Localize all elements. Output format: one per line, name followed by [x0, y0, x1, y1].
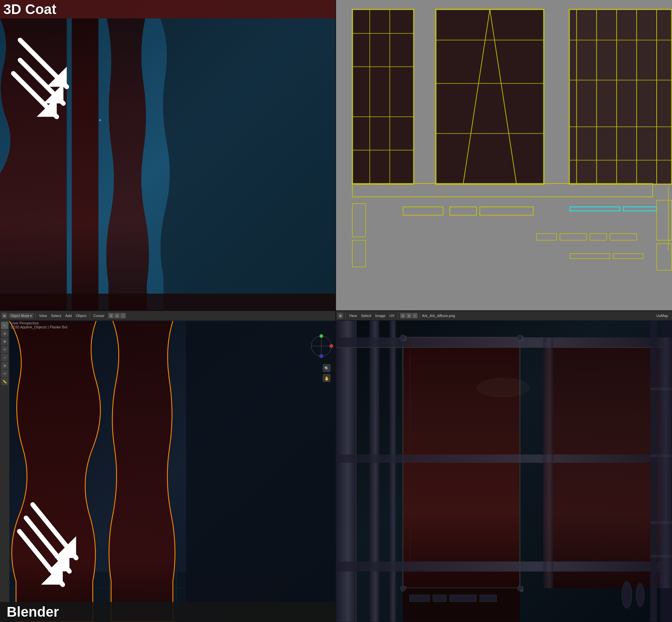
svg-rect-87 — [369, 321, 380, 622]
3dcoat-header: 3D Coat — [0, 0, 335, 19]
svg-rect-100 — [650, 321, 657, 622]
3dcoat-scene-svg — [0, 0, 335, 310]
svg-point-115 — [400, 335, 405, 340]
svg-rect-107 — [410, 595, 430, 601]
svg-rect-108 — [433, 595, 446, 601]
svg-point-78 — [320, 335, 323, 338]
blender-footer: Blender — [0, 602, 335, 622]
app-title-blender: Blender — [7, 604, 59, 620]
sidebar-icon-select[interactable]: ↖ — [1, 322, 8, 329]
svg-text:✋: ✋ — [324, 376, 329, 381]
svg-rect-12 — [353, 10, 413, 183]
svg-point-116 — [517, 335, 523, 340]
svg-rect-120 — [657, 337, 672, 588]
render-mode-icon[interactable]: ▦ — [337, 313, 343, 319]
svg-rect-13 — [436, 10, 543, 183]
svg-rect-106 — [403, 588, 520, 622]
uvmap-svg — [336, 0, 672, 310]
uv-scene — [336, 0, 672, 310]
sidebar-icon-scale[interactable]: ⤢ — [1, 354, 8, 361]
svg-rect-3 — [0, 293, 335, 310]
render-scene — [336, 320, 672, 622]
menu-select[interactable]: Select — [49, 314, 63, 318]
render-menu-select[interactable]: Select — [360, 314, 373, 318]
app-title-3dcoat: 3D Coat — [3, 1, 57, 18]
icon-snap[interactable]: ◈ — [114, 313, 120, 318]
sidebar-icon-transform[interactable]: ⊞ — [1, 362, 8, 369]
svg-rect-64 — [186, 321, 335, 621]
blender-scene: 🔍 ✋ — [9, 320, 335, 622]
menu-view[interactable]: View — [38, 314, 48, 318]
blender-header-info: User Perspective (218) Applink_Objects |… — [11, 321, 68, 329]
panel-blender: ▦ Object Mode ▾ View Select Add Object C… — [0, 311, 336, 622]
mode-dropdown-icon: ▾ — [30, 314, 32, 318]
sidebar-icon-annotate[interactable]: ✏ — [1, 370, 8, 377]
render-icon-3[interactable]: ∧ — [412, 313, 418, 318]
3dcoat-scene — [0, 0, 335, 310]
svg-rect-110 — [480, 595, 496, 601]
main-grid: 3D Coat — [0, 0, 672, 622]
render-menu-uv[interactable]: UV — [388, 314, 396, 318]
svg-point-4 — [99, 119, 101, 121]
svg-rect-88 — [389, 321, 396, 622]
render-menu-view[interactable]: View — [348, 314, 358, 318]
svg-point-77 — [330, 344, 333, 348]
render-sep-1 — [345, 313, 346, 319]
object-mode-label: Object Mode — [10, 314, 29, 318]
render-toolbar-icons: ◈ ⊞ ∧ — [400, 313, 418, 318]
icon-transform[interactable]: ⊞ — [108, 313, 114, 318]
cursor-label[interactable]: Cursor — [92, 314, 106, 318]
menu-object[interactable]: Object — [75, 314, 88, 318]
sidebar-icon-measure[interactable]: 📏 — [1, 378, 8, 385]
object-mode-selector[interactable]: Object Mode ▾ — [9, 313, 33, 318]
svg-point-121 — [476, 378, 530, 398]
render-menu-image[interactable]: Image — [374, 314, 387, 318]
menu-add[interactable]: Add — [64, 314, 73, 318]
svg-rect-109 — [450, 595, 476, 601]
render-scene-svg — [336, 320, 672, 622]
svg-text:🔍: 🔍 — [324, 366, 329, 371]
sidebar-icon-move[interactable]: ✥ — [1, 338, 8, 345]
sidebar-icon-cursor[interactable]: ⊕ — [1, 330, 8, 337]
svg-point-118 — [517, 586, 523, 591]
object-count: (218) Applink_Objects | Planke Bot — [11, 325, 68, 329]
separator-2 — [90, 313, 90, 319]
render-icon-1[interactable]: ◈ — [400, 313, 405, 318]
render-toolbar: ▦ View Select Image UV ◈ ⊞ ∧ Ark_Ark_dif… — [336, 311, 672, 320]
separator-1 — [35, 313, 36, 319]
svg-rect-92 — [336, 337, 672, 347]
svg-rect-95 — [336, 561, 672, 572]
render-icon-2[interactable]: ⊞ — [406, 313, 412, 318]
sidebar-icon-rotate[interactable]: ↻ — [1, 346, 8, 353]
panel-uvmap — [336, 0, 672, 311]
render-sep-2 — [398, 313, 398, 319]
svg-rect-94 — [336, 454, 672, 463]
svg-point-79 — [320, 354, 323, 358]
panel-render: ▦ View Select Image UV ◈ ⊞ ∧ Ark_Ark_dif… — [336, 311, 672, 622]
svg-rect-119 — [543, 337, 553, 588]
render-file-label: Ark_Ark_diffuse.png — [422, 314, 455, 318]
toolbar-icons-group: ⊞ ◈ ○ — [108, 313, 126, 318]
svg-rect-85 — [336, 321, 356, 622]
svg-point-112 — [636, 583, 644, 607]
panel-3dcoat: 3D Coat — [0, 0, 336, 311]
blender-mode-icon[interactable]: ▦ — [1, 313, 7, 319]
blender-toolbar: ▦ Object Mode ▾ View Select Add Object C… — [0, 311, 335, 320]
blender-sidebar-left: ↖ ⊕ ✥ ↻ ⤢ ⊞ ✏ 📏 — [0, 320, 9, 622]
render-sep-3 — [420, 313, 420, 319]
svg-rect-2 — [72, 19, 99, 310]
svg-point-117 — [400, 586, 405, 591]
icon-proportional[interactable]: ○ — [120, 313, 126, 318]
perspective-label: User Perspective — [11, 321, 68, 325]
render-uvmap-label: UvMap — [656, 314, 671, 318]
blender-scene-svg: 🔍 ✋ — [9, 320, 335, 622]
svg-rect-113 — [410, 341, 411, 568]
svg-point-111 — [622, 582, 632, 608]
